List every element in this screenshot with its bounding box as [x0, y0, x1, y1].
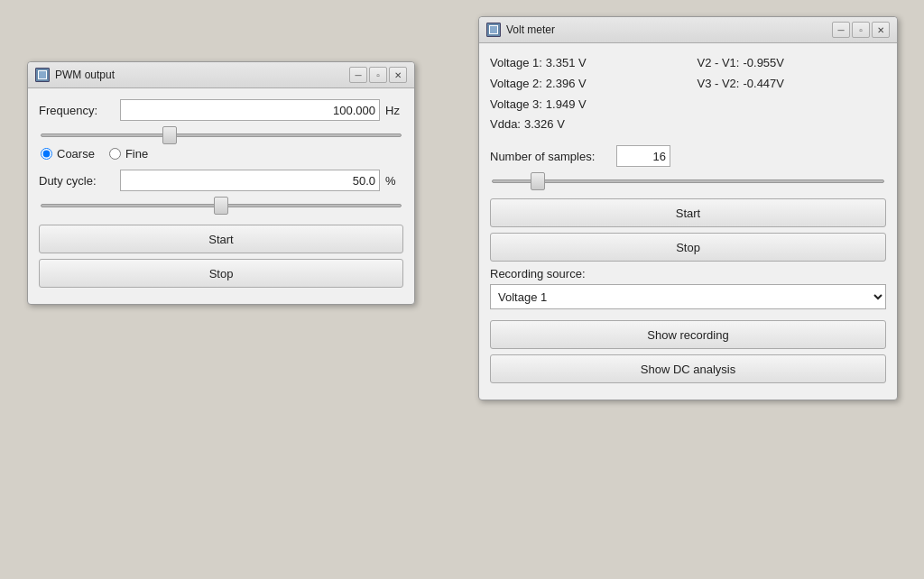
recording-source-container: Recording source: Voltage 1 Voltage 2 Vo… — [490, 267, 886, 309]
show-recording-button[interactable]: Show recording — [490, 320, 886, 349]
volt-minimize-button[interactable]: ─ — [832, 22, 850, 38]
samples-label: Number of samples: — [490, 150, 616, 163]
fine-radio-label[interactable]: Fine — [109, 147, 148, 161]
frequency-unit: Hz — [385, 104, 403, 117]
frequency-label: Frequency: — [39, 104, 120, 117]
recording-source-label: Recording source: — [490, 267, 886, 280]
frequency-slider[interactable] — [41, 133, 402, 137]
v2v1-item: V2 - V1: -0.955V — [698, 54, 887, 73]
pwm-content: Frequency: Hz Coarse Fine Duty cycle: % — [28, 88, 414, 304]
vdda-value: 3.326 V — [524, 115, 565, 134]
fine-radio[interactable] — [109, 148, 121, 160]
voltage1-item: Voltage 1: 3.351 V — [490, 54, 679, 73]
v2v1-value: -0.955V — [743, 54, 784, 73]
pwm-titlebar-controls: ─ ▫ ✕ — [349, 67, 407, 83]
voltage3-label: Voltage 3: — [490, 96, 542, 115]
vdda-item: Vdda: 3.326 V — [490, 115, 679, 134]
duty-cycle-row: Duty cycle: % — [39, 170, 403, 191]
volt-start-button[interactable]: Start — [490, 198, 886, 227]
voltage2-value: 2.396 V — [546, 75, 587, 94]
pwm-title: PWM output — [55, 69, 115, 81]
pwm-titlebar-left: PWM output — [35, 68, 115, 82]
volt-titlebar: Volt meter ─ ▫ ✕ — [479, 17, 897, 43]
duty-cycle-unit: % — [385, 174, 403, 188]
voltage1-label: Voltage 1: — [490, 54, 542, 73]
pwm-stop-button[interactable]: Stop — [39, 259, 403, 288]
pwm-output-window: PWM output ─ ▫ ✕ Frequency: Hz Coarse Fi — [27, 61, 415, 305]
pwm-titlebar: PWM output ─ ▫ ✕ — [28, 62, 414, 88]
fine-label: Fine — [125, 147, 148, 161]
coarse-label: Coarse — [57, 147, 95, 161]
voltage2-label: Voltage 2: — [490, 75, 542, 94]
volt-stop-button[interactable]: Stop — [490, 233, 886, 262]
v3v2-value: -0.447V — [743, 75, 784, 94]
duty-cycle-label: Duty cycle: — [39, 174, 120, 188]
duty-cycle-input[interactable] — [120, 170, 380, 191]
samples-slider-container — [490, 172, 886, 186]
v3v2-label: V3 - V2: — [698, 75, 740, 94]
pwm-close-button[interactable]: ✕ — [389, 67, 407, 83]
pwm-restore-button[interactable]: ▫ — [369, 67, 387, 83]
coarse-fine-row: Coarse Fine — [41, 147, 403, 161]
volt-titlebar-controls: ─ ▫ ✕ — [832, 22, 890, 38]
v3v2-item: V3 - V2: -0.447V — [698, 75, 887, 94]
voltage3-item: Voltage 3: 1.949 V — [490, 96, 679, 115]
volt-close-button[interactable]: ✕ — [872, 22, 890, 38]
voltage3-value: 1.949 V — [546, 96, 587, 115]
frequency-row: Frequency: Hz — [39, 99, 403, 121]
voltage2-item: Voltage 2: 2.396 V — [490, 75, 679, 94]
vdda-label: Vdda: — [490, 115, 521, 134]
volt-content: Voltage 1: 3.351 V V2 - V1: -0.955V Volt… — [479, 43, 897, 400]
volt-meter-window: Volt meter ─ ▫ ✕ Voltage 1: 3.351 V V2 -… — [478, 16, 898, 400]
pwm-start-button[interactable]: Start — [39, 225, 403, 253]
samples-input[interactable] — [616, 145, 670, 167]
voltage-grid: Voltage 1: 3.351 V V2 - V1: -0.955V Volt… — [490, 54, 886, 134]
coarse-radio-label[interactable]: Coarse — [41, 147, 95, 161]
duty-cycle-slider-container — [39, 197, 403, 210]
frequency-slider-container — [39, 126, 403, 140]
volt-title: Volt meter — [506, 23, 555, 36]
volt-restore-button[interactable]: ▫ — [852, 22, 870, 38]
frequency-input[interactable] — [120, 99, 380, 121]
coarse-radio[interactable] — [41, 148, 52, 160]
v2v1-label: V2 - V1: — [698, 54, 740, 73]
samples-row: Number of samples: — [490, 145, 886, 167]
samples-slider[interactable] — [492, 179, 884, 183]
pwm-window-icon — [35, 68, 50, 82]
voltage1-value: 3.351 V — [546, 54, 587, 73]
recording-source-select[interactable]: Voltage 1 Voltage 2 Voltage 3 — [490, 284, 886, 309]
duty-cycle-slider[interactable] — [41, 204, 402, 207]
show-dc-button[interactable]: Show DC analysis — [490, 354, 886, 383]
pwm-minimize-button[interactable]: ─ — [349, 67, 367, 83]
volt-window-icon — [486, 23, 501, 37]
volt-titlebar-left: Volt meter — [486, 23, 555, 37]
